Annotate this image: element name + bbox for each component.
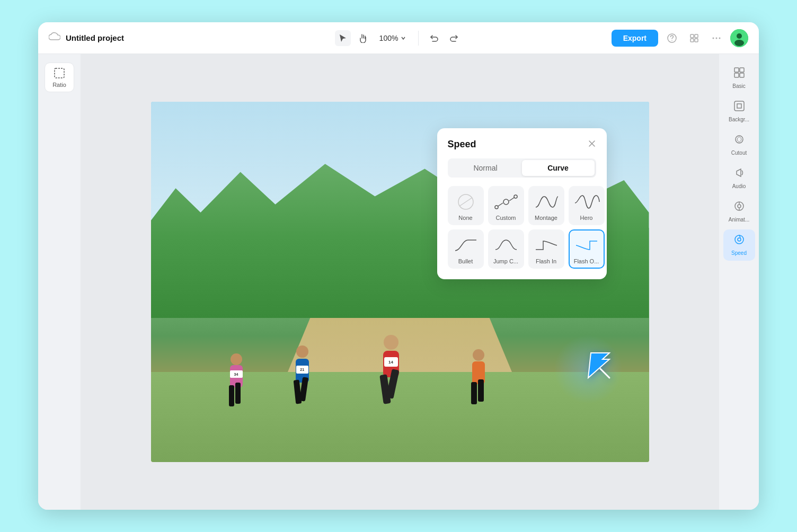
ratio-button[interactable]: Ratio — [45, 63, 74, 92]
sidebar-label-background: Backgr... — [729, 117, 749, 123]
svg-rect-5 — [695, 39, 698, 42]
curve-flash-in-label: Flash In — [536, 258, 556, 264]
svg-rect-3 — [695, 34, 698, 38]
svg-point-8 — [719, 37, 721, 39]
svg-rect-23 — [740, 73, 744, 77]
header-left: Untitled project — [49, 31, 329, 45]
sidebar-item-audio[interactable]: Audio — [723, 163, 755, 194]
svg-point-6 — [713, 37, 714, 39]
svg-point-27 — [738, 205, 741, 208]
cutout-icon — [733, 134, 745, 148]
svg-rect-24 — [734, 101, 744, 111]
sidebar-label-animation: Animat... — [729, 217, 749, 223]
redo-button[interactable] — [446, 30, 462, 46]
layers-button[interactable] — [686, 30, 703, 47]
undo-button[interactable] — [426, 30, 442, 46]
svg-rect-12 — [55, 68, 64, 78]
curve-montage-label: Montage — [535, 215, 557, 221]
help-button[interactable] — [663, 30, 680, 47]
basic-icon — [733, 67, 745, 81]
popup-header: Speed — [448, 139, 596, 150]
curve-none[interactable]: None — [448, 186, 484, 225]
sidebar-label-audio: Audio — [732, 183, 746, 190]
curve-bullet[interactable]: Bullet — [448, 229, 484, 269]
sidebar-item-speed[interactable]: Speed — [723, 229, 755, 261]
header: Untitled project 100% — [38, 22, 759, 54]
tab-curve[interactable]: Curve — [522, 160, 595, 176]
curve-flash-out[interactable]: Flash O... — [569, 229, 605, 269]
sidebar-label-cutout: Cutout — [731, 150, 747, 156]
svg-point-15 — [503, 199, 509, 205]
left-panel: Ratio — [38, 54, 81, 510]
sidebar-item-animation[interactable]: Animat... — [723, 196, 755, 227]
svg-point-19 — [514, 195, 517, 198]
app-window: Untitled project 100% — [38, 22, 759, 510]
svg-rect-21 — [740, 68, 744, 72]
curve-flash-in[interactable]: Flash In — [528, 229, 564, 269]
ratio-label: Ratio — [52, 82, 66, 88]
curve-hero[interactable]: Hero — [569, 186, 605, 225]
close-popup-button[interactable] — [588, 139, 596, 149]
animation-icon — [733, 200, 745, 215]
svg-point-7 — [716, 37, 718, 39]
popup-title: Speed — [448, 139, 476, 150]
svg-rect-2 — [690, 34, 694, 38]
zoom-control[interactable]: 100% — [375, 32, 411, 45]
svg-line-14 — [459, 198, 472, 206]
cloud-icon — [49, 31, 60, 45]
curve-bullet-label: Bullet — [458, 258, 473, 264]
curve-flash-out-label: Flash O... — [574, 258, 599, 264]
svg-rect-22 — [734, 73, 739, 77]
background-icon — [733, 100, 745, 114]
export-button[interactable]: Export — [612, 30, 658, 47]
divider — [418, 31, 419, 46]
tab-normal[interactable]: Normal — [449, 160, 522, 176]
sidebar-item-cutout[interactable]: Cutout — [723, 129, 755, 161]
pointer-tool-button[interactable] — [335, 30, 351, 46]
hand-tool-button[interactable] — [355, 30, 371, 46]
svg-point-31 — [738, 238, 741, 241]
header-right: Export — [468, 29, 748, 47]
sidebar-item-basic[interactable]: Basic — [723, 63, 755, 94]
curve-none-label: None — [458, 215, 472, 221]
header-center: 100% — [335, 30, 463, 46]
sidebar-label-basic: Basic — [732, 83, 745, 90]
svg-rect-20 — [734, 68, 739, 72]
cursor-arrow — [580, 349, 617, 388]
svg-point-10 — [737, 33, 742, 39]
speed-icon — [733, 234, 745, 248]
more-button[interactable] — [708, 30, 725, 47]
main-area: Ratio — [38, 54, 759, 510]
speed-popup: Speed Normal Curve — [437, 128, 607, 279]
speed-tab-row: Normal Curve — [448, 158, 596, 178]
svg-point-18 — [495, 206, 498, 209]
curve-montage[interactable]: Montage — [528, 186, 564, 225]
curve-jump-label: Jump C... — [493, 258, 518, 264]
curve-hero-label: Hero — [580, 215, 593, 221]
svg-point-30 — [735, 235, 743, 244]
canvas-image: 14 21 34 — [151, 102, 649, 462]
avatar[interactable] — [730, 29, 748, 47]
curve-grid: None Custom — [448, 186, 596, 269]
curve-custom[interactable]: Custom — [488, 186, 524, 225]
sidebar-label-speed: Speed — [731, 250, 747, 256]
right-sidebar: Basic Backgr... — [719, 54, 759, 510]
curve-jump[interactable]: Jump C... — [488, 229, 524, 269]
project-title: Untitled project — [66, 33, 124, 42]
audio-icon — [733, 167, 745, 181]
svg-rect-4 — [690, 39, 694, 42]
svg-point-1 — [671, 40, 672, 41]
canvas-area: 14 21 34 — [81, 54, 719, 510]
curve-custom-label: Custom — [496, 215, 516, 221]
svg-point-11 — [734, 40, 744, 46]
sidebar-item-background[interactable]: Backgr... — [723, 96, 755, 127]
